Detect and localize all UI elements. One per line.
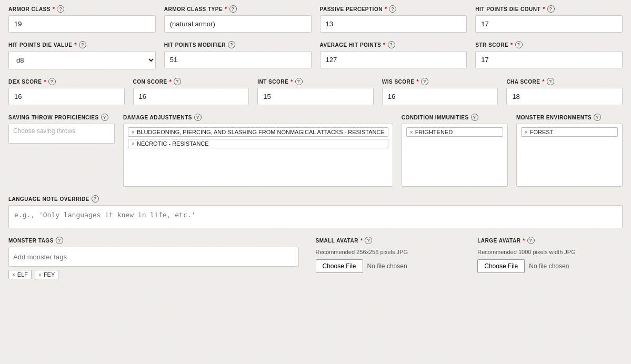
int-score-label: INT SCORE * ? [257, 78, 374, 85]
small-avatar-choose-button[interactable]: Choose File [316, 259, 363, 273]
hit-points-die-count-input[interactable] [475, 15, 623, 33]
monster-environments-container[interactable]: × FOREST [516, 124, 623, 187]
damage-adjustments-field: DAMAGE ADJUSTMENTS ? × BLUDGEONING, PIER… [123, 114, 393, 187]
condition-tag-0-remove[interactable]: × [410, 129, 413, 135]
average-hit-points-input[interactable] [320, 51, 467, 68]
monster-tag-elf-remove[interactable]: × [12, 272, 15, 278]
small-avatar-label: SMALL AVATAR * ? [316, 237, 461, 244]
monster-tag-elf-label: ELF [17, 271, 28, 278]
dex-score-input[interactable] [8, 88, 125, 105]
armor-class-help-icon[interactable]: ? [57, 5, 64, 13]
hit-points-die-value-select[interactable]: d4 d6 d8 d10 d12 d20 [8, 51, 156, 69]
str-score-label: STR SCORE * ? [475, 41, 623, 48]
wis-score-help-icon[interactable]: ? [421, 78, 428, 85]
int-score-input[interactable] [257, 88, 374, 105]
cha-score-label: CHA SCORE * ? [506, 78, 623, 85]
hit-points-modifier-field: HIT POINTS MODIFIER ? [164, 41, 312, 69]
hit-points-modifier-input[interactable] [164, 51, 312, 68]
con-score-field: CON SCORE * ? [133, 78, 249, 105]
monster-tags-field: MONSTER TAGS ? × ELF × FEY [8, 237, 299, 279]
large-avatar-choose-button[interactable]: Choose File [477, 259, 525, 273]
condition-immunities-label: CONDITION IMMUNITIES ? [402, 114, 508, 121]
average-hit-points-label: AVERAGE HIT POINTS * ? [320, 41, 467, 48]
damage-adjustments-container[interactable]: × BLUDGEONING, PIERCING, AND SLASHING FR… [123, 124, 393, 187]
cha-score-input[interactable] [506, 88, 623, 105]
monster-environments-label: MONSTER ENVIRONMENTS ? [516, 114, 623, 121]
condition-immunities-container[interactable]: × FRIGHTENED [402, 124, 508, 187]
monster-environments-field: MONSTER ENVIRONMENTS ? × FOREST [516, 114, 623, 187]
monster-tag-fey-remove[interactable]: × [38, 272, 42, 278]
large-avatar-label: LARGE AVATAR * ? [477, 237, 623, 244]
monster-tags-list: × ELF × FEY [8, 270, 299, 279]
hit-points-modifier-label: HIT POINTS MODIFIER ? [164, 41, 312, 48]
row-4: SAVING THROW PROFICIENCIES ? Choose savi… [8, 114, 623, 187]
small-avatar-rec: Recommended 256x256 pixels JPG [316, 249, 461, 255]
large-avatar-field: LARGE AVATAR * ? Recommended 1000 pixels… [477, 237, 623, 273]
dex-score-help-icon[interactable]: ? [48, 78, 56, 85]
hit-points-die-value-field: HIT POINTS DIE VALUE * ? d4 d6 d8 d10 d1… [8, 41, 156, 69]
monster-tags-help-icon[interactable]: ? [56, 237, 63, 244]
condition-immunities-help-icon[interactable]: ? [471, 114, 478, 121]
wis-score-label: WIS SCORE * ? [382, 78, 498, 85]
armor-class-type-input[interactable] [164, 15, 312, 33]
damage-tag-1-remove[interactable]: × [132, 141, 135, 147]
monster-tag-fey[interactable]: × FEY [35, 270, 58, 279]
armor-class-input[interactable] [8, 15, 156, 33]
damage-adjustments-help-icon[interactable]: ? [194, 114, 202, 121]
environment-tag-0[interactable]: × FOREST [521, 127, 618, 137]
language-note-field: LANGUAGE NOTE OVERRIDE ? [8, 195, 623, 228]
con-score-input[interactable] [133, 88, 249, 105]
monster-tag-fey-label: FEY [44, 271, 55, 278]
hit-points-modifier-help-icon[interactable]: ? [228, 41, 235, 48]
language-note-label: LANGUAGE NOTE OVERRIDE ? [8, 195, 623, 203]
condition-tag-0[interactable]: × FRIGHTENED [406, 127, 503, 137]
large-avatar-help-icon[interactable]: ? [527, 237, 535, 244]
hit-points-die-count-field: HIT POINTS DIE COUNT * ? [475, 5, 623, 33]
condition-immunities-field: CONDITION IMMUNITIES ? × FRIGHTENED [402, 114, 508, 187]
language-note-input[interactable] [8, 205, 623, 228]
large-avatar-status: No file chosen [529, 262, 569, 270]
monster-tags-input-area[interactable] [8, 247, 299, 267]
monster-tags-input[interactable] [13, 253, 294, 261]
passive-perception-input[interactable] [320, 15, 467, 33]
str-score-help-icon[interactable]: ? [515, 41, 523, 48]
str-score-input[interactable] [475, 51, 623, 68]
saving-throw-help-icon[interactable]: ? [101, 114, 108, 121]
damage-tag-1-label: NECROTIC - RESISTANCE [137, 140, 209, 147]
wis-score-field: WIS SCORE * ? [382, 78, 498, 105]
environment-tag-0-label: FOREST [530, 129, 554, 135]
monster-environments-help-icon[interactable]: ? [594, 114, 601, 121]
condition-tag-0-label: FRIGHTENED [415, 129, 453, 135]
small-avatar-help-icon[interactable]: ? [365, 237, 372, 244]
average-hit-points-help-icon[interactable]: ? [388, 41, 395, 48]
wis-score-input[interactable] [382, 88, 498, 105]
hit-points-die-value-help-icon[interactable]: ? [79, 41, 86, 48]
int-score-help-icon[interactable]: ? [295, 78, 303, 85]
saving-throw-placeholder: Choose saving throws [13, 127, 75, 135]
cha-score-field: CHA SCORE * ? [506, 78, 623, 105]
con-score-help-icon[interactable]: ? [174, 78, 181, 85]
row-1: ARMOR CLASS * ? ARMOR CLASS TYPE * ? PAS… [8, 5, 623, 33]
saving-throw-container[interactable]: Choose saving throws [8, 124, 115, 144]
armor-class-type-help-icon[interactable]: ? [229, 5, 237, 13]
large-avatar-rec: Recommended 1000 pixels width JPG [477, 249, 623, 255]
cha-score-help-icon[interactable]: ? [547, 78, 554, 85]
armor-class-type-field: ARMOR CLASS TYPE * ? [164, 5, 312, 33]
environment-tag-0-remove[interactable]: × [525, 129, 528, 135]
monster-tag-elf[interactable]: × ELF [8, 270, 32, 279]
dex-score-label: DEX SCORE * ? [8, 78, 125, 85]
dex-score-field: DEX SCORE * ? [8, 78, 125, 105]
hit-points-die-count-help-icon[interactable]: ? [547, 5, 555, 13]
row-3: DEX SCORE * ? CON SCORE * ? INT SCORE * … [8, 78, 623, 105]
language-note-help-icon[interactable]: ? [92, 195, 99, 203]
con-score-label: CON SCORE * ? [133, 78, 249, 85]
damage-tag-0[interactable]: × BLUDGEONING, PIERCING, AND SLASHING FR… [128, 127, 388, 137]
hit-points-die-count-label: HIT POINTS DIE COUNT * ? [475, 5, 623, 13]
large-avatar-file-row: Choose File No file chosen [477, 259, 623, 273]
damage-tag-1[interactable]: × NECROTIC - RESISTANCE [128, 139, 388, 148]
row-5: MONSTER TAGS ? × ELF × FEY SMALL AVATAR … [8, 237, 623, 279]
small-avatar-status: No file chosen [367, 262, 407, 270]
passive-perception-help-icon[interactable]: ? [389, 5, 396, 13]
damage-tag-0-remove[interactable]: × [132, 129, 135, 135]
small-avatar-file-row: Choose File No file chosen [316, 259, 461, 273]
